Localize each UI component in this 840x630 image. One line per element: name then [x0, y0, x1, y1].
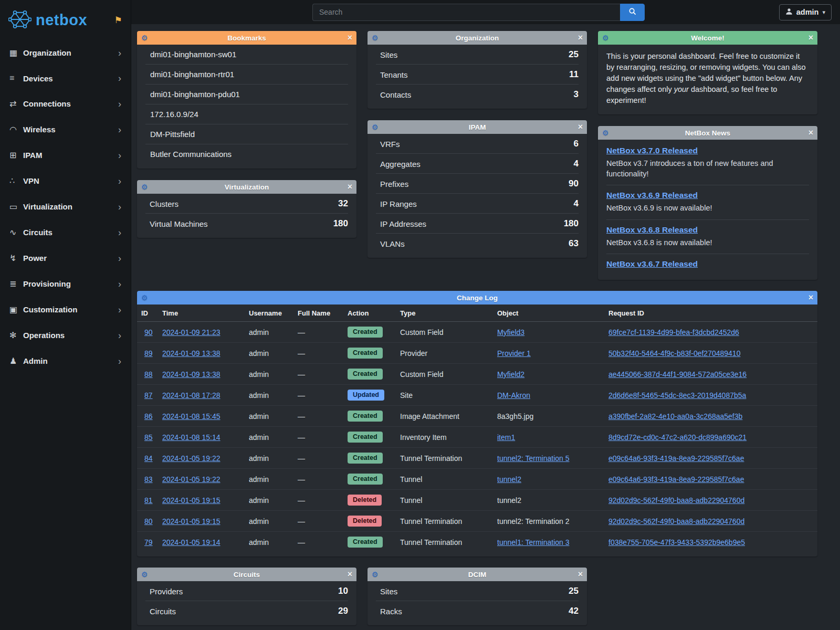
sidebar-item[interactable]: ↯ Power › [0, 245, 131, 271]
bookmark-link[interactable]: DM-Pittsfield [145, 124, 348, 144]
sidebar-item[interactable]: ▭ Virtualization › [0, 194, 131, 219]
close-icon[interactable]: × [803, 129, 813, 136]
changelog-object-link[interactable]: tunnel2: Termination 2 [497, 517, 570, 526]
gear-icon[interactable]: ⚙ [141, 183, 152, 191]
sidebar-item[interactable]: ∿ Circuits › [0, 219, 131, 245]
sidebar-item[interactable]: ▣ Customization › [0, 297, 131, 322]
gear-icon[interactable]: ⚙ [141, 293, 152, 302]
changelog-request-id-link[interactable]: e09c64a6-93f3-419a-8ea9-229585f7c6ae [608, 475, 744, 484]
changelog-object-link[interactable]: tunnel2 [497, 475, 521, 484]
stat-value-link[interactable]: 180 [564, 218, 579, 229]
gear-icon[interactable]: ⚙ [602, 34, 613, 42]
stat-value-link[interactable]: 25 [569, 49, 579, 60]
bookmark-link[interactable]: dmi01-binghamton-sw01 [145, 45, 348, 65]
sidebar-item[interactable]: ▦ Organization › [0, 40, 131, 66]
sidebar-item[interactable]: ✻ Operations › [0, 322, 131, 348]
gear-icon[interactable]: ⚙ [372, 34, 382, 42]
changelog-request-id-link[interactable]: f038e755-705e-47f3-9433-5392b9e6b9e5 [608, 538, 745, 547]
stat-value-link[interactable]: 29 [338, 606, 348, 616]
gear-icon[interactable]: ⚙ [372, 123, 382, 131]
close-icon[interactable]: × [803, 34, 813, 41]
changelog-time-link[interactable]: 2024-01-08 15:45 [162, 412, 220, 421]
stat-value-link[interactable]: 4 [574, 198, 579, 209]
sidebar-pin-icon[interactable]: ⚑ [114, 15, 122, 26]
changelog-id-link[interactable]: 90 [144, 328, 153, 337]
changelog-time-link[interactable]: 2024-01-09 13:38 [162, 349, 220, 358]
changelog-id-link[interactable]: 86 [144, 412, 153, 421]
netbox-logo-text[interactable]: netbox [36, 12, 87, 29]
close-icon[interactable]: × [572, 571, 583, 578]
search-button[interactable] [620, 4, 645, 21]
changelog-object-link[interactable]: DM-Akron [497, 391, 530, 400]
changelog-id-link[interactable]: 79 [144, 538, 153, 547]
changelog-request-id-link[interactable]: 92d02d9c-562f-49f0-baa8-adb22904760d [608, 517, 744, 526]
stat-value-link[interactable]: 180 [333, 218, 348, 229]
stat-value-link[interactable]: 25 [569, 586, 579, 596]
close-icon[interactable]: × [342, 571, 352, 578]
changelog-request-id-link[interactable]: a390fbef-2a82-4e10-aa0a-3c268aa5ef3b [608, 412, 742, 421]
stat-value-link[interactable]: 11 [569, 69, 579, 80]
user-menu-button[interactable]: admin ▾ [779, 4, 832, 20]
stat-value-link[interactable]: 42 [569, 606, 579, 616]
changelog-request-id-link[interactable]: ae445066-387d-44f1-9084-572a05ce3e16 [608, 370, 747, 379]
changelog-id-link[interactable]: 88 [144, 370, 153, 379]
stat-value-link[interactable]: 4 [574, 159, 579, 169]
stat-value-link[interactable]: 63 [569, 238, 579, 249]
gear-icon[interactable]: ⚙ [602, 129, 613, 137]
changelog-object-link[interactable]: Myfield3 [497, 328, 524, 337]
gear-icon[interactable]: ⚙ [141, 570, 152, 579]
changelog-object-link[interactable]: Myfield2 [497, 370, 524, 379]
netbox-logo-icon[interactable] [8, 9, 32, 31]
changelog-time-link[interactable]: 2024-01-09 13:38 [162, 370, 220, 379]
sidebar-item[interactable]: ∴ VPN › [0, 168, 131, 194]
changelog-object-link[interactable]: item1 [497, 433, 515, 442]
search-input[interactable] [312, 4, 620, 21]
changelog-id-link[interactable]: 84 [144, 454, 153, 463]
sidebar-item[interactable]: ⊞ IPAM › [0, 142, 131, 168]
stat-value-link[interactable]: 32 [338, 198, 348, 209]
sidebar-item[interactable]: ⇄ Connections › [0, 91, 131, 117]
close-icon[interactable]: × [572, 34, 583, 41]
changelog-request-id-link[interactable]: 50b32f40-5464-4f9c-b83f-0ef270489410 [608, 349, 740, 358]
changelog-time-link[interactable]: 2024-01-09 21:23 [162, 328, 220, 337]
changelog-request-id-link[interactable]: 92d02d9c-562f-49f0-baa8-adb22904760d [608, 496, 744, 505]
bookmark-link[interactable]: Butler Communications [145, 144, 348, 164]
close-icon[interactable]: × [803, 294, 813, 301]
changelog-request-id-link[interactable]: e09c64a6-93f3-419a-8ea9-229585f7c6ae [608, 454, 744, 463]
gear-icon[interactable]: ⚙ [141, 34, 152, 42]
changelog-time-link[interactable]: 2024-01-05 19:22 [162, 454, 220, 463]
changelog-time-link[interactable]: 2024-01-05 19:15 [162, 517, 220, 526]
news-link[interactable]: NetBox v3.7.0 Released [606, 146, 809, 155]
changelog-object-link[interactable]: tunnel2: Termination 5 [497, 454, 570, 463]
changelog-object-link[interactable]: 8a3gh5.jpg [497, 412, 533, 421]
sidebar-item[interactable]: ≡ Devices › [0, 66, 131, 91]
close-icon[interactable]: × [572, 123, 583, 131]
close-icon[interactable]: × [342, 183, 352, 191]
changelog-object-link[interactable]: Provider 1 [497, 349, 531, 358]
changelog-request-id-link[interactable]: 2d6d6e8f-5465-45dc-8ec3-2019d4087b5a [608, 391, 746, 400]
stat-value-link[interactable]: 90 [569, 178, 579, 189]
close-icon[interactable]: × [342, 34, 352, 41]
changelog-time-link[interactable]: 2024-01-08 15:14 [162, 433, 220, 442]
changelog-id-link[interactable]: 89 [144, 349, 153, 358]
changelog-id-link[interactable]: 81 [144, 496, 153, 505]
stat-value-link[interactable]: 10 [338, 586, 348, 596]
stat-value-link[interactable]: 6 [574, 139, 579, 149]
changelog-id-link[interactable]: 83 [144, 475, 153, 484]
changelog-object-link[interactable]: tunnel2 [497, 496, 521, 505]
changelog-id-link[interactable]: 85 [144, 433, 153, 442]
changelog-time-link[interactable]: 2024-01-05 19:15 [162, 496, 220, 505]
changelog-time-link[interactable]: 2024-01-08 17:28 [162, 391, 220, 400]
changelog-object-link[interactable]: tunnel1: Termination 3 [497, 538, 570, 547]
bookmark-link[interactable]: dmi01-binghamton-rtr01 [145, 65, 348, 85]
news-link[interactable]: NetBox v3.6.9 Released [606, 191, 809, 200]
gear-icon[interactable]: ⚙ [372, 570, 382, 579]
sidebar-item[interactable]: ◠ Wireless › [0, 117, 131, 142]
changelog-id-link[interactable]: 80 [144, 517, 153, 526]
changelog-time-link[interactable]: 2024-01-05 19:14 [162, 538, 220, 547]
changelog-request-id-link[interactable]: 8d9cd72e-cd0c-47c2-a620-dc899a690c21 [608, 433, 747, 442]
news-link[interactable]: NetBox v3.6.8 Released [606, 225, 809, 235]
bookmark-link[interactable]: 172.16.0.9/24 [145, 104, 348, 124]
changelog-id-link[interactable]: 87 [144, 391, 153, 400]
news-link[interactable]: NetBox v3.6.7 Released [606, 259, 809, 269]
